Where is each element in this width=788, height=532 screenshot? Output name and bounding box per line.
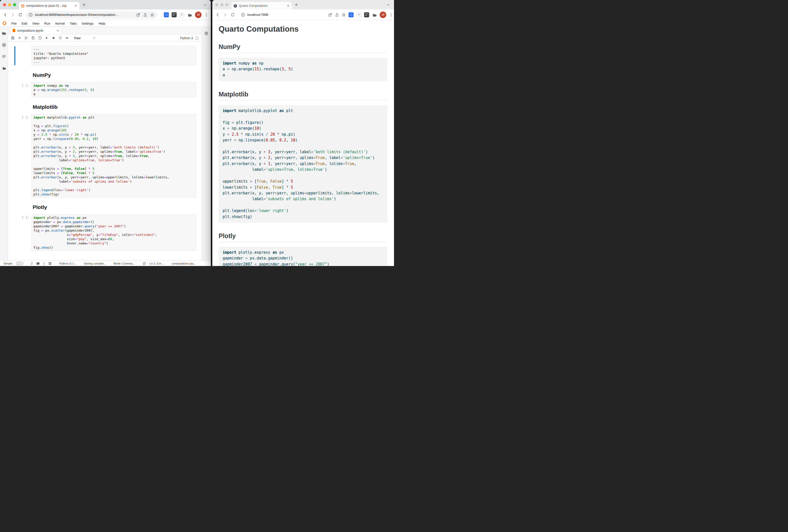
table-of-contents-icon[interactable] <box>2 54 6 59</box>
interrupt-kernel-button[interactable] <box>52 36 55 40</box>
file-browser-icon[interactable] <box>2 31 6 36</box>
profile-avatar[interactable]: JJ <box>380 12 386 18</box>
new-tab-button[interactable] <box>294 3 298 7</box>
quarto-favicon-icon <box>233 4 237 8</box>
cell-editor[interactable]: import matplotlib.pyplot as plt fig = pl… <box>31 114 197 198</box>
back-button[interactable] <box>3 13 7 17</box>
paste-cell-button[interactable] <box>38 36 42 40</box>
run-cell-button[interactable] <box>45 36 48 40</box>
markdown-heading-cell[interactable]: NumPy <box>33 72 197 78</box>
add-cell-button[interactable] <box>18 36 21 40</box>
markdown-heading-cell[interactable]: Matplotlib <box>33 104 197 110</box>
share-icon[interactable] <box>335 13 339 17</box>
extension-camera-icon[interactable] <box>349 12 354 17</box>
open-in-new-icon[interactable] <box>136 13 140 17</box>
menu-item-edit[interactable]: Edit <box>19 22 29 25</box>
browser-menu-icon[interactable] <box>389 13 393 17</box>
cell-editor[interactable]: import numpy as npa = np.arange(15).resh… <box>31 82 197 98</box>
property-inspector-gear-icon[interactable] <box>204 31 209 36</box>
menu-item-run[interactable]: Run <box>42 22 53 25</box>
cell-editor[interactable]: ---title: "Quarto Computations"jupyter: … <box>31 46 197 65</box>
extensions-area: JJ <box>328 12 391 18</box>
extension-camera-icon[interactable] <box>164 12 169 17</box>
extension-notes-icon[interactable] <box>356 12 361 17</box>
notebook-tab-close-icon[interactable] <box>56 29 59 32</box>
browser-tab[interactable]: computations.ip (auto-S) - Jup <box>19 2 79 9</box>
macos-close-button[interactable] <box>3 3 6 6</box>
code-cell[interactable]: [ ]:import numpy as npa = np.arange(15).… <box>8 82 201 98</box>
cut-cell-button[interactable] <box>25 36 28 40</box>
cell-prompt <box>8 46 29 47</box>
menu-item-settings[interactable]: Settings <box>79 22 96 25</box>
save-status-text: Saving complet... <box>84 262 106 265</box>
extension-manager-icon[interactable] <box>2 66 6 70</box>
site-info-icon[interactable] <box>28 13 33 17</box>
site-info-icon[interactable] <box>241 13 245 17</box>
forward-button[interactable] <box>11 13 15 17</box>
status-bar: Simple 2 1 Python 3 | I... Saving comple… <box>0 261 211 266</box>
running-sessions-icon[interactable] <box>2 43 6 47</box>
bookmark-star-icon[interactable] <box>150 13 154 17</box>
macos-zoom-button[interactable] <box>225 3 229 6</box>
menu-item-kernel[interactable]: Kernel <box>53 22 67 25</box>
terminals-count: 2 <box>31 262 33 265</box>
code-cell[interactable]: [ ]:import plotly.express as pxgapminder… <box>8 214 201 251</box>
browser-menu-icon[interactable] <box>204 13 208 17</box>
cell-editor[interactable]: import plotly.express as pxgapminder = p… <box>31 214 197 251</box>
kernel-status-text[interactable]: Python 3 | I... <box>59 262 76 265</box>
address-bar[interactable]: localhost:7896 <box>238 11 325 19</box>
extension-dark-icon[interactable] <box>364 12 369 17</box>
command-mode-text[interactable]: Mode: Comma... <box>114 262 135 265</box>
macos-close-button[interactable] <box>215 3 218 6</box>
terminal-icon <box>36 262 40 265</box>
tab-search-chevron-icon[interactable] <box>387 3 390 6</box>
reload-button[interactable] <box>18 13 23 17</box>
extension-dark-icon[interactable] <box>172 12 177 17</box>
tab-close-icon[interactable] <box>287 4 290 7</box>
restart-kernel-button[interactable] <box>59 36 62 40</box>
code-text: import plotly.express as pxgapminder = p… <box>223 250 383 266</box>
bookmark-star-icon[interactable] <box>342 13 346 17</box>
menu-item-tabs[interactable]: Tabs <box>67 22 79 25</box>
cell-type-dropdown[interactable]: Raw <box>74 36 96 40</box>
extensions-puzzle-icon[interactable] <box>372 12 377 17</box>
cell-prompt: [ ]: <box>8 114 29 120</box>
tab-close-icon[interactable] <box>74 4 77 7</box>
open-in-new-icon[interactable] <box>328 13 332 17</box>
share-icon[interactable] <box>143 13 147 17</box>
menu-item-view[interactable]: View <box>29 22 42 25</box>
menu-item-help[interactable]: Help <box>96 22 108 25</box>
tab-search-chevron-icon[interactable] <box>203 3 207 6</box>
kernel-status-icon[interactable] <box>195 36 198 40</box>
section-heading: NumPy <box>219 43 387 53</box>
jupyter-favicon-icon <box>21 4 24 7</box>
profile-avatar[interactable]: JJ <box>195 12 201 18</box>
reload-button[interactable] <box>231 13 235 17</box>
macos-zoom-button[interactable] <box>13 3 16 6</box>
address-bar[interactable]: localhost:8889/lab/workspaces/auto-S/tre… <box>26 11 157 19</box>
copy-cell-button[interactable] <box>32 36 35 40</box>
kernel-name[interactable]: Python 3 <box>180 36 193 40</box>
browser-toolbar: localhost:8889/lab/workspaces/auto-S/tre… <box>0 9 211 20</box>
cursor-position-text[interactable]: Ln 2, Col ... <box>150 262 164 265</box>
forward-button[interactable] <box>223 13 228 17</box>
markdown-heading-cell[interactable]: Plotly <box>33 204 197 210</box>
kernel-sessions-icon <box>48 262 52 265</box>
notebook-tab[interactable]: computations.ipynb <box>10 27 62 34</box>
menu-item-file[interactable]: File <box>9 22 19 25</box>
back-button[interactable] <box>215 13 220 17</box>
kernels-count: 1 <box>43 262 45 265</box>
extension-notes-icon[interactable] <box>179 12 184 17</box>
simple-mode-toggle[interactable] <box>16 262 23 265</box>
macos-minimize-button[interactable] <box>220 3 223 6</box>
raw-cell[interactable]: ---title: "Quarto Computations"jupyter: … <box>8 46 201 65</box>
browser-tab-title: Quarto Computations <box>239 4 285 7</box>
save-button[interactable] <box>11 36 15 40</box>
code-cell[interactable]: [ ]:import matplotlib.pyplot as plt fig … <box>8 114 201 198</box>
new-tab-button[interactable] <box>82 3 86 7</box>
macos-minimize-button[interactable] <box>8 3 11 6</box>
browser-tab[interactable]: Quarto Computations <box>232 2 292 9</box>
extensions-puzzle-icon[interactable] <box>187 12 192 17</box>
active-cell-indicator <box>14 46 15 65</box>
restart-run-all-button[interactable] <box>65 36 69 40</box>
